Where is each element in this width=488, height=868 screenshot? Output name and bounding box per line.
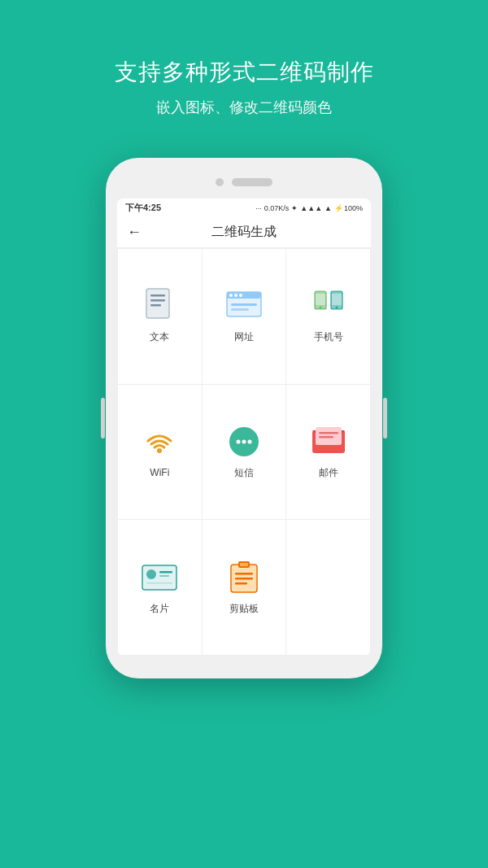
phone-label: 手机号 (314, 330, 343, 344)
sms-label: 短信 (234, 466, 254, 480)
text-icon (142, 288, 177, 324)
svg-rect-2 (150, 299, 165, 302)
svg-point-28 (146, 569, 156, 579)
top-bar: ← 二维码生成 (117, 217, 371, 248)
card-icon (142, 560, 177, 595)
svg-rect-35 (235, 573, 253, 575)
clipboard-icon (226, 560, 262, 595)
wifi-status-icon: ▲ (325, 204, 332, 212)
grid-item-empty (286, 520, 371, 656)
svg-rect-0 (146, 289, 169, 318)
battery-icon: ⚡ 100% (334, 204, 363, 212)
svg-rect-37 (235, 582, 247, 585)
header-subtitle: 嵌入图标、修改二维码颜色 (115, 98, 374, 117)
svg-point-21 (247, 439, 251, 443)
card-label: 名片 (150, 602, 169, 616)
svg-point-20 (242, 439, 246, 443)
grid-item-clipboard[interactable]: 剪贴板 (203, 520, 287, 656)
battery-label: ⚡ (334, 204, 343, 212)
grid-container: 文本 网址 (117, 248, 371, 656)
svg-rect-12 (316, 294, 325, 305)
email-label: 邮件 (319, 466, 338, 480)
svg-point-13 (319, 307, 321, 309)
svg-rect-15 (332, 294, 342, 305)
signal-bars-icon: ▲▲▲ (300, 204, 322, 212)
header-title: 支持多种形式二维码制作 (115, 57, 374, 88)
grid-item-phone[interactable]: 手机号 (286, 249, 371, 385)
svg-rect-30 (159, 575, 169, 577)
side-handle-right (383, 398, 387, 438)
side-handle-left (101, 398, 105, 438)
svg-rect-27 (142, 565, 176, 590)
phone-speaker (232, 178, 272, 186)
battery-percent: 100% (344, 204, 363, 212)
svg-rect-9 (231, 303, 257, 306)
grid-item-email[interactable]: 邮件 (286, 385, 371, 521)
bluetooth-icon: ✦ (291, 204, 298, 212)
email-icon (311, 424, 346, 460)
phone-outer: 下午4:25 ··· 0.07K/s ✦ ▲▲▲ ▲ ⚡ 100% ← 二维码生… (106, 158, 382, 678)
signal-icon: ··· (255, 204, 262, 212)
grid-item-url[interactable]: 网址 (203, 249, 287, 385)
status-icons: ··· 0.07K/s ✦ ▲▲▲ ▲ ⚡ 100% (255, 204, 363, 212)
svg-point-8 (239, 294, 242, 297)
svg-point-19 (236, 439, 240, 443)
svg-rect-1 (150, 294, 165, 297)
svg-point-7 (234, 294, 237, 297)
svg-rect-36 (235, 578, 253, 580)
grid-item-card[interactable]: 名片 (118, 520, 203, 656)
header-text: 支持多种形式二维码制作 嵌入图标、修改二维码颜色 (115, 57, 374, 117)
svg-rect-25 (319, 432, 338, 434)
wifi-icon (142, 425, 177, 460)
phone-screen: 下午4:25 ··· 0.07K/s ✦ ▲▲▲ ▲ ⚡ 100% ← 二维码生… (117, 198, 371, 656)
speed-indicator: 0.07K/s (264, 204, 290, 212)
svg-rect-26 (319, 436, 333, 438)
text-label: 文本 (150, 330, 169, 344)
back-button[interactable]: ← (127, 224, 142, 241)
sms-icon (226, 424, 262, 460)
url-label: 网址 (234, 330, 254, 344)
page-title: 二维码生成 (211, 224, 277, 241)
svg-point-17 (157, 448, 162, 453)
svg-rect-3 (150, 304, 161, 307)
phone-wrapper: 下午4:25 ··· 0.07K/s ✦ ▲▲▲ ▲ ⚡ 100% ← 二维码生… (106, 158, 382, 678)
svg-point-6 (229, 294, 233, 297)
grid-item-sms[interactable]: 短信 (203, 385, 287, 521)
phone-camera (216, 178, 224, 186)
url-icon (226, 288, 262, 324)
grid-item-text[interactable]: 文本 (118, 249, 203, 385)
svg-rect-29 (159, 571, 172, 574)
wifi-label: WiFi (150, 467, 169, 478)
svg-rect-34 (240, 563, 248, 566)
phone-icon (311, 288, 346, 324)
status-bar: 下午4:25 ··· 0.07K/s ✦ ▲▲▲ ▲ ⚡ 100% (117, 198, 371, 217)
status-time: 下午4:25 (125, 202, 161, 214)
svg-rect-31 (146, 582, 172, 584)
grid-item-wifi[interactable]: WiFi (118, 385, 203, 521)
phone-notch-area (117, 169, 371, 195)
svg-rect-10 (231, 308, 249, 311)
svg-point-16 (335, 307, 338, 309)
clipboard-label: 剪贴板 (229, 602, 259, 616)
